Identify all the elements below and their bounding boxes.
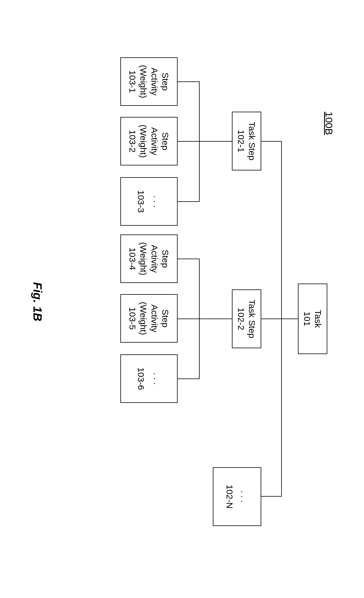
node-title: Task Step [247, 122, 258, 160]
node-title-line3: (Weight) [138, 125, 149, 158]
node-ref: 103-2 [127, 130, 138, 153]
connector-line [200, 141, 232, 142]
node-ellipsis: . . . [151, 373, 163, 385]
node-activity-3: . . . 103-3 [120, 177, 178, 226]
connector-line [178, 81, 200, 82]
node-ref: 101 [302, 311, 313, 326]
node-ref: 102-2 [236, 308, 247, 330]
node-activity-5: Step Activity (Weight) 103-5 [120, 294, 178, 343]
node-ellipsis: . . . [239, 490, 250, 503]
connector-line [178, 141, 200, 142]
node-ref: 102-N [224, 485, 235, 509]
node-activity-2: Step Activity (Weight) 103-2 [120, 117, 178, 165]
node-title-line3: (Weight) [138, 242, 149, 275]
node-activity-1: Step Activity (Weight) 103-1 [120, 57, 178, 106]
node-title-line2: Activity [149, 245, 160, 273]
connector-line [178, 259, 200, 259]
node-title-line1: Step [160, 250, 171, 268]
node-title-line1: Step [160, 309, 171, 328]
connector-line [178, 201, 200, 202]
node-title-line1: Step [160, 73, 171, 91]
node-ref: 103-6 [136, 367, 147, 390]
node-title: Task Step [247, 299, 258, 338]
figure-caption: Fig. 1B [31, 282, 44, 321]
node-title-line2: Activity [149, 68, 160, 96]
node-ref: 103-4 [127, 247, 138, 270]
node-task-step-1: Task Step 102-1 [232, 112, 261, 170]
node-task-step-n: . . . 102-N [213, 467, 261, 526]
connector-line [200, 319, 232, 319]
node-ellipsis: . . . [151, 195, 163, 208]
node-activity-4: Step Activity (Weight) 103-4 [120, 234, 178, 283]
node-task-root: Task 101 [298, 284, 327, 354]
node-ref: 103-1 [127, 70, 138, 93]
node-ref: 103-5 [127, 307, 138, 330]
connector-line [261, 496, 282, 497]
connector-line [178, 319, 200, 319]
node-title: Task [313, 310, 324, 328]
diagram-label: 100B [323, 112, 335, 135]
node-title-line3: (Weight) [138, 65, 149, 98]
connector-line [261, 141, 282, 142]
node-ref: 102-1 [236, 130, 247, 153]
node-activity-6: . . . 103-6 [120, 354, 178, 403]
connector-line [199, 81, 200, 202]
connector-line [178, 378, 200, 379]
node-title-line2: Activity [149, 304, 160, 332]
node-ref: 103-3 [136, 190, 147, 213]
connector-line [261, 319, 282, 319]
connector-line [282, 319, 298, 319]
node-title-line3: (Weight) [138, 302, 149, 335]
diagram-canvas: 100B Fig. 1B Task 101 Task Step 102-1 Ta… [0, 0, 364, 598]
node-title-line1: Step [160, 132, 171, 150]
node-task-step-2: Task Step 102-2 [232, 289, 261, 348]
node-title-line2: Activity [149, 127, 160, 155]
